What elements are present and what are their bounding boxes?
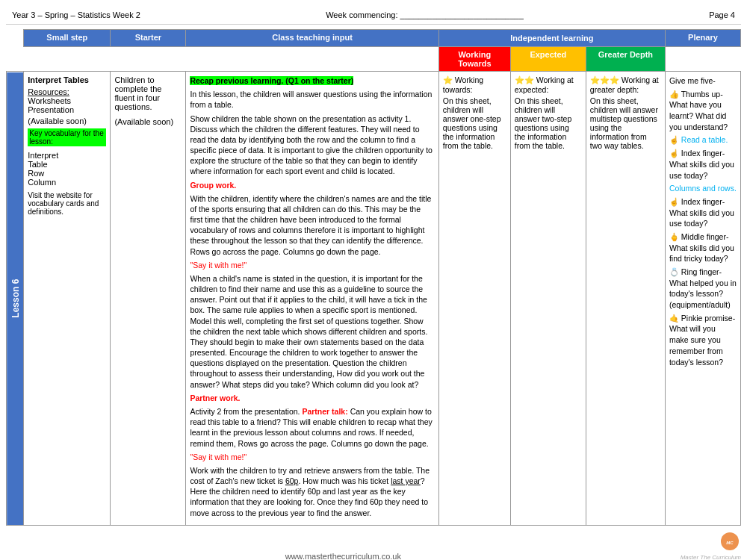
- columns-rows-text: Columns and rows.: [669, 184, 737, 193]
- working-towards-label: Working towards:: [443, 75, 483, 94]
- expected-stars: ⭐⭐ Working at expected:: [515, 75, 582, 94]
- plenary-middle: 🖕 Middle finger- What skills did you fin…: [669, 231, 737, 264]
- plenary-read-table: ☝️ Read a table.: [669, 134, 737, 146]
- vocab-row: Row: [28, 169, 106, 178]
- teaching-cell: Recap previous learning. (Q1 on the star…: [186, 72, 438, 526]
- col-header-plenary: Plenary: [665, 30, 740, 47]
- expected-cell: ⭐⭐ Working at expected: On this sheet, c…: [510, 72, 586, 526]
- starter-text: Children to complete the fluent in four …: [114, 75, 182, 111]
- vocab-interpret: Interpret: [28, 151, 106, 160]
- resource-presentation: Presentation: [28, 105, 106, 114]
- group-work-label: Group work.: [190, 181, 236, 190]
- working-towards-text: On this sheet, children will answer one-…: [443, 96, 506, 150]
- page-header: Year 3 – Spring – Statistics Week 2 Week…: [6, 6, 741, 25]
- page-number: Page 4: [709, 10, 735, 19]
- col-header-independent: Independent learning: [438, 30, 665, 47]
- visit-text: Visit the website for vocabulary cards a…: [28, 191, 106, 216]
- say-it-1: "Say it with me!": [190, 261, 247, 270]
- teaching-para3: When a child's name is stated in the que…: [190, 273, 434, 390]
- vocab-column: Column: [28, 178, 106, 187]
- plenary-ring: 💍 Ring finger- What helped you in today'…: [669, 267, 737, 311]
- partner-work-label: Partner work.: [190, 393, 240, 402]
- plenary-index-1: ☝️ Index finger- What skills did you use…: [669, 148, 737, 181]
- amount-60p: 60p: [285, 476, 299, 485]
- col-header-small-step: Small step: [24, 30, 111, 47]
- col-header-teaching: Class teaching input: [186, 30, 438, 47]
- teaching-para4: Activity 2 from the presentation.: [190, 407, 300, 416]
- teaching-para5: Work with the children to try and retrie…: [190, 465, 434, 518]
- footer-logo: MC Master The Curriculum: [681, 530, 741, 560]
- page-title: Year 3 – Spring – Statistics Week 2: [12, 10, 140, 19]
- sub-starter-empty: [111, 47, 186, 72]
- expected-text: On this sheet, children will answer two-…: [515, 96, 582, 150]
- page-wrapper: Year 3 – Spring – Statistics Week 2 Week…: [0, 0, 747, 560]
- logo-text: Master The Curriculum: [681, 554, 741, 560]
- expected-label: Working at expected:: [515, 75, 574, 94]
- key-vocab-label: Key vocabulary for the lesson:: [28, 128, 106, 146]
- sub-header-empty: [7, 47, 24, 72]
- greater-depth-text: On this sheet, children will answer mult…: [590, 96, 661, 150]
- plenary-cell: Give me five- 👍 Thumbs up- What have you…: [665, 72, 740, 526]
- footer-website: www.masterthecurriculum.co.uk: [6, 552, 681, 560]
- working-towards-stars: ⭐ Working towards:: [443, 75, 506, 94]
- greater-depth-stars: ⭐⭐⭐ Working at greater depth:: [590, 75, 661, 94]
- available-soon: (Available soon): [28, 116, 106, 125]
- vocab-table: Table: [28, 160, 106, 169]
- sub-plenary-empty: [665, 47, 740, 72]
- plenary-item-thumbs: 👍 Thumbs up- What have you learnt? What …: [669, 89, 737, 133]
- teaching-para2: With the children, identify where the ch…: [190, 193, 434, 257]
- lesson-label: Lesson 6: [7, 72, 24, 526]
- resources-label: Resources:: [28, 87, 69, 96]
- teaching-para1: Show children the table shown on the pre…: [190, 113, 434, 177]
- read-table-link: Read a table.: [681, 135, 728, 144]
- plenary-columns-rows: Columns and rows.: [669, 183, 737, 194]
- last-year-ref: last year: [391, 476, 421, 485]
- starter-available: (Available soon): [114, 117, 182, 126]
- main-table: Small step Starter Class teaching input …: [6, 29, 741, 526]
- col-header-greater-depth: Greater Depth: [586, 47, 665, 72]
- plenary-pinkie: 🤙 Pinkie promise- What will you make sur…: [669, 313, 737, 367]
- teaching-intro: In this lesson, the children will answer…: [190, 89, 434, 110]
- teaching-highlight: Recap previous learning. (Q1 on the star…: [190, 76, 353, 85]
- small-step-cell: Interpret Tables Resources: Worksheets P…: [24, 72, 111, 526]
- col-header-working-towards: Working Towards: [438, 47, 510, 72]
- plenary-index-2: ☝️ Index finger- What skills did you use…: [669, 196, 737, 229]
- sub-small-empty: [24, 47, 111, 72]
- starter-cell: Children to complete the fluent in four …: [111, 72, 186, 526]
- working-towards-cell: ⭐ Working towards: On this sheet, childr…: [438, 72, 510, 526]
- logo-icon: MC: [719, 530, 741, 553]
- partner-talk-label: Partner talk:: [302, 407, 347, 416]
- week-commencing: Week commencing: _______________________…: [140, 10, 709, 19]
- greater-depth-cell: ⭐⭐⭐ Working at greater depth: On this sh…: [586, 72, 665, 526]
- col-header-starter: Starter: [111, 30, 186, 47]
- curriculum-logo-svg: MC: [719, 530, 741, 553]
- resource-worksheets: Worksheets: [28, 96, 106, 105]
- greater-depth-label: Working at greater depth:: [590, 75, 659, 94]
- say-it-2: "Say it with me!": [190, 452, 247, 461]
- col-header-expected: Expected: [510, 47, 586, 72]
- small-step-title: Interpret Tables: [28, 75, 106, 84]
- plenary-give-me-five: Give me five-: [669, 75, 737, 87]
- svg-text:MC: MC: [726, 541, 734, 545]
- sub-teaching-empty: [186, 47, 438, 72]
- lesson-header-empty: [7, 30, 24, 47]
